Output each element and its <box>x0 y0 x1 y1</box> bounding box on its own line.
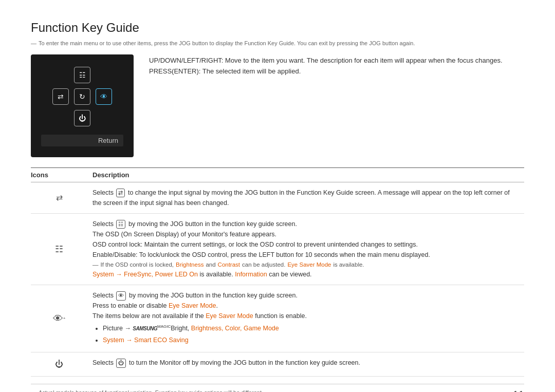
page-title: Function Key Guide <box>31 21 524 35</box>
input-signal-description: Selects ⇄ to change the input signal by … <box>92 182 524 214</box>
power-table-icon: ⏻ <box>55 358 63 371</box>
eye-saver-description: Selects 👁 by moving the JOG button in th… <box>92 285 524 352</box>
inline-power-icon: ⏻ <box>116 359 126 367</box>
inline-input-icon: ⇄ <box>116 189 125 197</box>
col-description-header: Description <box>92 168 524 182</box>
footer-note: Actual models because of functional vari… <box>31 384 524 392</box>
inline-grid-icon: ☷ <box>116 220 125 229</box>
return-bar: Return <box>41 135 123 146</box>
osd-eye-icon: 👁 <box>96 88 112 105</box>
table-row: ⇄ Selects ⇄ to change the input signal b… <box>31 182 524 214</box>
content-area: ☷ ⇄ ↻ 👁 ⏻ Return UP/DOWN/LEFT/RIGHT: Mov… <box>31 54 524 157</box>
table-row: ⏻ Selects ⏻ to turn the Monitor off by m… <box>31 352 524 377</box>
osd-grid-table-icon: ☷ <box>55 242 63 257</box>
osd-grid-icon: ☷ <box>74 67 90 83</box>
function-key-table: Icons Description ⇄ Selects ⇄ to change … <box>31 167 524 377</box>
osd-icon-grid: ☷ ⇄ ↻ 👁 ⏻ <box>51 66 113 127</box>
bullet-system: System → Smart ECO Saving <box>103 335 519 345</box>
system-freesync-note: System → FreeSync, Power LED On <box>92 271 198 278</box>
osd-power-icon: ⏻ <box>74 110 90 126</box>
direction-enter: PRESS(ENTER): The selected item will be … <box>149 67 524 75</box>
direction-updown: UP/DOWN/LEFT/RIGHT: Move to the item you… <box>149 57 524 64</box>
inline-eye-icon: 👁 <box>116 291 126 300</box>
eye-saver-table-icon: 👁​+ <box>53 310 66 327</box>
monitor-osd-image: ☷ ⇄ ↻ 👁 ⏻ Return <box>31 54 134 157</box>
input-signal-icon: ⇄ <box>56 191 63 204</box>
osd-return-icon: ↻ <box>74 88 90 105</box>
intro-note: To enter the main menu or to use other i… <box>31 40 524 46</box>
page-number: 11 <box>513 389 524 392</box>
eye-saver-bullet-list: Picture → SAMSUNGMAGICBright, Brightness… <box>103 323 519 345</box>
osd-grid-description: Selects ☷ by moving the JOG button in th… <box>92 214 524 285</box>
directions-text: UP/DOWN/LEFT/RIGHT: Move to the item you… <box>149 54 524 157</box>
bullet-picture: Picture → SAMSUNGMAGICBright, Brightness… <box>103 323 519 333</box>
table-row: 👁​+ Selects 👁 by moving the JOG button i… <box>31 285 524 352</box>
power-description: Selects ⏻ to turn the Monitor off by mov… <box>92 352 524 377</box>
table-row: ☷ Selects ☷ by moving the JOG button in … <box>31 214 524 285</box>
osd-input-icon: ⇄ <box>52 88 69 105</box>
col-icons-header: Icons <box>31 168 92 182</box>
osd-lock-note: If the OSD control is locked, Brightness… <box>92 260 519 269</box>
